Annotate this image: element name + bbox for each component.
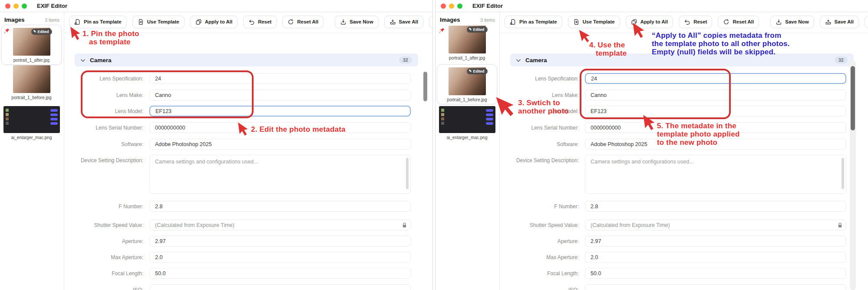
traffic-light-minimize-button[interactable] bbox=[449, 3, 454, 9]
image-thumbnail[interactable]: ✎Edited bbox=[449, 67, 486, 95]
button-label: Save All bbox=[835, 19, 854, 24]
image-filename: portrait_1_before.jpg bbox=[438, 97, 496, 102]
reset-all-button[interactable]: Reset All bbox=[718, 16, 759, 28]
window-title: EXIF Editor bbox=[472, 3, 503, 9]
use-template-icon bbox=[138, 19, 144, 25]
field-input-lens-serial-number[interactable]: 0000000000 bbox=[585, 122, 846, 133]
image-thumbnail[interactable]: ✎Edited bbox=[13, 28, 50, 56]
main-area: Pin as TemplateUse TemplateApply to AllR… bbox=[500, 12, 868, 290]
field-row-lens-model: Lens Model:EF123 bbox=[510, 106, 846, 117]
image-list-item-ai-enlarger-mac-png[interactable]: ai_enlarger_mac.png bbox=[1, 105, 62, 140]
window-scrollbar-thumb[interactable] bbox=[851, 66, 855, 130]
image-thumbnail[interactable] bbox=[439, 106, 495, 133]
camera-section-header[interactable]: Camera32 bbox=[75, 53, 418, 67]
button-label: Reset All bbox=[297, 19, 318, 24]
field-input-focal-length[interactable]: 50.0 bbox=[585, 268, 846, 279]
reset-icon bbox=[248, 19, 255, 25]
field-label: Lens Make: bbox=[510, 92, 579, 98]
field-value: 24 bbox=[586, 76, 597, 82]
field-input-iso[interactable] bbox=[149, 284, 411, 290]
traffic-light-zoom-button[interactable] bbox=[457, 3, 462, 9]
image-thumbnail[interactable]: ✎Edited bbox=[449, 26, 486, 53]
main-area: Pin as TemplateUse TemplateApply to AllR… bbox=[65, 12, 432, 290]
pin-as-template-button[interactable]: Pin as Template bbox=[69, 16, 127, 28]
field-input-max-aperture[interactable]: 2.0 bbox=[149, 252, 411, 263]
image-filename: portrait_1_after.jpg bbox=[3, 58, 60, 63]
use-template-button[interactable]: Use Template bbox=[132, 16, 185, 28]
close-button[interactable]: Close bbox=[429, 16, 433, 28]
image-list-item-portrait-1-after-jpg[interactable]: ✎Editedportrait_1_after.jpg bbox=[437, 25, 497, 60]
apply-to-all-icon bbox=[195, 19, 202, 25]
field-input-software[interactable]: Adobe Photoshop 2025 bbox=[585, 139, 846, 150]
field-row-lens-serial-number: Lens Serial Number:0000000000 bbox=[75, 122, 411, 133]
apply-to-all-button[interactable]: Apply to All bbox=[190, 16, 238, 28]
textarea-scrollbar-thumb[interactable] bbox=[406, 158, 409, 189]
field-value: (Calculated from Exposure Time) bbox=[585, 222, 670, 228]
textarea-scrollbar-thumb[interactable] bbox=[842, 158, 844, 189]
reset-button[interactable]: Reset bbox=[679, 16, 712, 28]
window-scrollbar-thumb[interactable] bbox=[423, 72, 427, 101]
field-input-max-aperture[interactable]: 2.0 bbox=[585, 252, 846, 263]
window-titlebar: EXIF Editor bbox=[436, 0, 868, 12]
image-list-item-portrait-1-after-jpg[interactable]: ✎Editedportrait_1_after.jpg bbox=[1, 25, 62, 65]
field-row-software: Software:Adobe Photoshop 2025 bbox=[75, 139, 411, 150]
button-label: Save All bbox=[399, 19, 418, 24]
traffic-light-close-button[interactable] bbox=[441, 3, 446, 9]
field-input-lens-model[interactable]: EF123 bbox=[149, 106, 411, 117]
field-input-device-setting-description[interactable]: Camera settings and configurations used.… bbox=[585, 155, 846, 194]
traffic-light-close-button[interactable] bbox=[5, 3, 10, 9]
field-input-f-number[interactable]: 2.8 bbox=[149, 201, 411, 212]
field-input-device-setting-description[interactable]: Camera settings and configurations used.… bbox=[149, 155, 411, 194]
field-input-lens-specification[interactable]: 24 bbox=[585, 73, 846, 84]
field-input-f-number[interactable]: 2.8 bbox=[585, 201, 846, 212]
save-now-button[interactable]: Save Now bbox=[770, 16, 814, 28]
field-value: 0000000000 bbox=[150, 125, 185, 131]
image-list-item-portrait-1-before-jpg[interactable]: portrait_1_before.jpg bbox=[1, 64, 62, 100]
pin-as-template-button[interactable]: Pin as Template bbox=[505, 16, 562, 28]
field-row-f-number: F Number:2.8 bbox=[75, 201, 411, 212]
save-now-button[interactable]: Save Now bbox=[335, 16, 378, 28]
reset-all-button[interactable]: Reset All bbox=[282, 16, 323, 28]
field-input-aperture[interactable]: 2.97 bbox=[149, 236, 411, 247]
toolbar: Pin as TemplateUse TemplateApply to AllR… bbox=[69, 15, 429, 28]
traffic-light-minimize-button[interactable] bbox=[13, 3, 19, 9]
field-value: 2.97 bbox=[585, 238, 601, 244]
image-list-item-ai-enlarger-mac-png[interactable]: ai_enlarger_mac.png bbox=[437, 105, 497, 140]
button-label: Apply to All bbox=[640, 19, 668, 24]
field-input-lens-make[interactable]: Canno bbox=[149, 90, 411, 100]
reset-button[interactable]: Reset bbox=[243, 16, 277, 28]
button-label: Pin as Template bbox=[84, 19, 122, 24]
field-input-shutter-speed-value[interactable]: (Calculated from Exposure Time) bbox=[149, 220, 411, 230]
field-input-aperture[interactable]: 2.97 bbox=[585, 236, 846, 247]
save-all-button[interactable]: Save All bbox=[820, 16, 859, 28]
field-input-lens-model[interactable]: EF123 bbox=[585, 106, 846, 117]
save-all-icon bbox=[389, 19, 396, 25]
field-label: Lens Model: bbox=[75, 108, 143, 114]
close-button[interactable]: Close bbox=[865, 16, 868, 28]
thumbnail-blue-button bbox=[50, 109, 58, 112]
field-input-software[interactable]: Adobe Photoshop 2025 bbox=[149, 139, 411, 150]
traffic-light-zoom-button[interactable] bbox=[22, 3, 27, 9]
field-value: Camera settings and configurations used.… bbox=[585, 155, 694, 165]
field-input-focal-length[interactable]: 50.0 bbox=[149, 268, 411, 279]
field-input-iso[interactable] bbox=[585, 284, 846, 290]
image-list-item-portrait-1-before-jpg[interactable]: ✎Editedportrait_1_before.jpg bbox=[437, 64, 497, 104]
edited-badge: ✎Edited bbox=[31, 29, 52, 35]
field-row-lens-model: Lens Model:EF123 bbox=[75, 106, 411, 117]
field-input-lens-serial-number[interactable]: 0000000000 bbox=[149, 122, 411, 133]
use-template-button[interactable]: Use Template bbox=[568, 16, 620, 28]
thumbnail-blue-button bbox=[486, 122, 493, 125]
apply-to-all-button[interactable]: Apply to All bbox=[626, 16, 673, 28]
camera-section-header[interactable]: Camera32 bbox=[510, 53, 854, 67]
field-label: F Number: bbox=[75, 203, 143, 210]
field-input-lens-make[interactable]: Canno bbox=[585, 90, 846, 100]
field-label: Aperture: bbox=[75, 238, 143, 244]
image-thumbnail[interactable] bbox=[3, 106, 60, 133]
thumbnail-blue-button bbox=[50, 113, 58, 116]
field-label: ISO: bbox=[510, 287, 579, 290]
field-input-shutter-speed-value[interactable]: (Calculated from Exposure Time) bbox=[585, 220, 846, 230]
field-input-lens-specification[interactable]: 24 bbox=[149, 73, 411, 84]
image-thumbnail[interactable] bbox=[13, 65, 50, 93]
chevron-down-icon bbox=[516, 56, 521, 64]
save-all-button[interactable]: Save All bbox=[384, 16, 423, 28]
